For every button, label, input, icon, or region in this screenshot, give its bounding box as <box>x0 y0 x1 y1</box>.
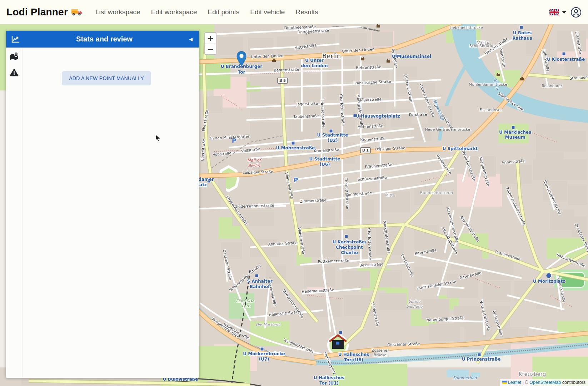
top-navbar: Lodi Planner List workspace Edit workspa… <box>0 0 588 24</box>
nav-right <box>549 7 582 18</box>
map-label: Behrenstraße <box>274 67 299 72</box>
map-label: Museum <box>505 135 525 140</box>
map-label: den Linden <box>301 63 328 68</box>
map-label: B 1 <box>362 148 369 152</box>
map-attribution: Leaflet | © OpenStreetMap contributors <box>500 379 588 386</box>
map-label: U Spittelmarkt <box>442 146 478 151</box>
map-label: U Hallesches <box>338 352 369 357</box>
panel-body: ADD A NEW POINT MANUALLY <box>6 48 199 378</box>
map-label: Rathaus <box>512 36 532 41</box>
map-label: (U6) <box>319 162 330 167</box>
add-point-button[interactable]: ADD A NEW POINT MANUALLY <box>62 71 151 85</box>
map-label: Kurstraße <box>409 112 427 117</box>
caret-down-icon <box>562 11 566 14</box>
map-label: U Klosterstraße <box>547 57 585 62</box>
panel-header: Stats and review ◀ <box>6 31 199 48</box>
map-label: U Märkisches <box>499 130 531 135</box>
map-label: U Prinzenstraße <box>462 357 501 362</box>
line-chart-icon <box>11 35 20 43</box>
nav-item-edit-vehicle[interactable]: Edit vehicle <box>250 8 285 16</box>
osm-link[interactable]: OpenStreetMap <box>529 380 561 385</box>
map-label: Berlin <box>248 163 260 168</box>
user-circle-icon[interactable] <box>570 7 582 18</box>
map-label: U Moritzplatz <box>533 279 565 284</box>
map-label: U Unter <box>305 58 324 63</box>
map-label: Rolandufer <box>542 84 562 88</box>
map-label: (U2) <box>327 138 338 143</box>
map-label: Kreuzberg <box>519 371 546 377</box>
map-location-icon[interactable] <box>10 52 19 61</box>
brand-title: Lodi Planner <box>6 6 68 18</box>
attribution-separator: | <box>521 380 525 385</box>
map-label: Mühlendammbrücke <box>469 82 507 86</box>
map-label: Tor (U1) <box>319 381 339 386</box>
map-label: Bahnhof <box>250 284 270 289</box>
nav-item-edit-points[interactable]: Edit points <box>208 8 240 16</box>
map-label: Sommerbad <box>453 376 477 380</box>
map-label: U Hallesches <box>314 375 345 380</box>
map-label: B 5 <box>279 79 286 83</box>
map-label: U Mohrenstraße <box>276 145 315 150</box>
map-label: Berlin <box>322 52 341 60</box>
map-label: Neue Gertraudenbrücke <box>425 127 470 132</box>
map-canvas[interactable]: BerlinMitteMitteKreuzbergLiebknechtbrück… <box>0 24 588 386</box>
map-zoom-control: + − <box>204 32 216 55</box>
map-label: Charlie <box>341 250 358 255</box>
map-label: Spring <box>408 299 421 304</box>
map-label: Mall of <box>247 158 262 163</box>
map-label: P <box>294 177 298 184</box>
moritzplatz-roundabout-icon <box>546 273 552 278</box>
brand-link[interactable]: Lodi Planner <box>6 6 83 18</box>
stats-review-panel: Stats and review ◀ <box>6 31 199 378</box>
map-label: Fischerinsel <box>479 108 501 112</box>
map-label: Jägerstraße <box>359 97 382 102</box>
map-label: Bundesdruckerei <box>420 190 453 195</box>
map-label: S Anhalter <box>247 279 272 284</box>
attribution-copyright: © <box>525 380 529 385</box>
truck-icon <box>71 8 83 17</box>
nav-item-results[interactable]: Results <box>295 8 318 16</box>
collapse-panel-button[interactable]: ◀ <box>189 36 193 42</box>
map-label: Siedlung <box>406 304 423 309</box>
map-label: Brücke <box>374 353 387 357</box>
map-label: Die Macherei <box>256 322 281 327</box>
map-label: U Hausvogteiplatz <box>356 114 400 119</box>
map-label: U Möckernbrücke <box>243 351 285 356</box>
language-selector[interactable] <box>549 9 566 15</box>
map-label: U Rotes <box>513 30 532 35</box>
nav-item-edit-workspace[interactable]: Edit workspace <box>151 8 197 16</box>
ukraine-flag-icon <box>502 381 507 384</box>
zoom-in-button[interactable]: + <box>205 33 216 44</box>
warning-triangle-icon[interactable] <box>10 68 19 76</box>
map-label: Jägerstraße <box>296 101 318 106</box>
map-label: (U7) <box>259 357 269 362</box>
map-label: U Stadtmitte <box>309 157 340 162</box>
map-label: Taubenstraße <box>293 114 319 119</box>
map-label: U Stadtmitte <box>317 133 348 138</box>
leaflet-link[interactable]: Leaflet <box>508 380 522 385</box>
uk-flag-icon <box>549 9 559 15</box>
panel-title: Stats and review <box>20 35 189 43</box>
map-label: Park <box>242 304 251 308</box>
map-label: Zossener <box>372 348 389 352</box>
map-label: Liebknechtbrücke <box>449 25 483 30</box>
zoom-out-button[interactable]: − <box>205 44 216 54</box>
map-label: U Kochstraße/ <box>333 239 367 244</box>
map-label: Elise-Tilse- <box>236 299 256 303</box>
attribution-suffix: contributors <box>561 380 585 385</box>
map-label: U Museumsinsel <box>392 54 431 59</box>
map-label: Tor (U6) <box>344 357 363 362</box>
map-label: P <box>232 137 236 144</box>
map-label: Tor <box>238 70 245 75</box>
map-label: Mitte <box>385 193 395 198</box>
panel-icon-rail <box>6 48 23 378</box>
map-label: Behrenstraße <box>356 65 381 70</box>
map-label: Checkpoint <box>336 245 363 250</box>
nav-item-list-workspace[interactable]: List workspace <box>95 8 140 16</box>
nav-links: List workspace Edit workspace Edit point… <box>95 8 318 16</box>
